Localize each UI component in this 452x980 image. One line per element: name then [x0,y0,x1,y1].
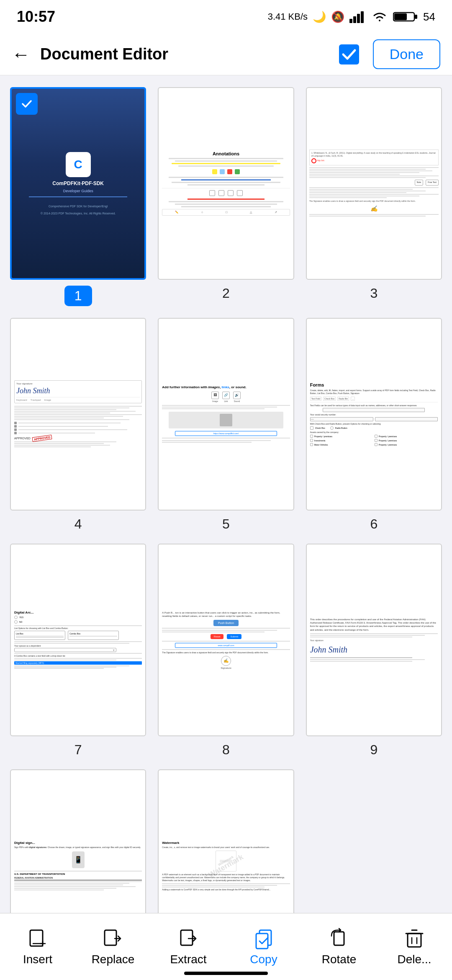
page-item-1[interactable]: C ComPDFKit·PDF·SDK Developer Guides Com… [10,87,146,306]
svg-rect-5 [394,13,407,20]
page-thumbnail-4[interactable]: Your signature John Smith KeyboardTrackp… [10,318,146,511]
svg-rect-12 [105,930,116,945]
status-bar: 10:57 3.41 KB/s 🌙 🔕 54 [0,0,452,34]
delete-button[interactable]: Dele... [377,913,452,980]
back-button[interactable]: ← [12,45,30,64]
page-thumbnail-2[interactable]: Annotations [158,87,294,280]
delete-label: Dele... [398,953,431,966]
page-item-2[interactable]: Annotations [158,87,294,306]
cover-copyright: © 2014-2023 PDF Technologies, Inc. All R… [41,212,116,215]
page-item-7[interactable]: Digital Arc... YES NO List Options for c… [10,544,146,758]
page-number-2: 2 [222,286,230,301]
page-number-4: 4 [74,516,82,532]
replace-button[interactable]: Replace [75,913,151,980]
page-title: Document Editor [40,45,325,63]
page-item-3[interactable]: 1. Whiteboard, N., & Fach, B. (2011). Di… [306,87,442,306]
cover-content: C ComPDFKit·PDF·SDK Developer Guides Com… [12,89,144,278]
page-thumbnail-1[interactable]: C ComPDFKit·PDF·SDK Developer Guides Com… [10,87,146,280]
rotate-button[interactable]: Rotate [301,913,377,980]
bottom-toolbar: Insert Replace Extract Copy [0,913,452,980]
page-item-9[interactable]: This order describes the procedures for … [306,544,442,758]
done-button[interactable]: Done [373,39,440,69]
page-number-1: 1 [64,286,92,306]
wifi-icon [371,10,388,23]
page-thumbnail-8[interactable]: A Push B... ton is an interactive button… [158,544,294,736]
page-thumbnail-7[interactable]: Digital Arc... YES NO List Options for c… [10,544,146,736]
rotate-label: Rotate [322,953,357,966]
battery-icon [393,10,418,23]
pages-grid: C ComPDFKit·PDF·SDK Developer Guides Com… [0,75,452,980]
app-header: ← Document Editor Done [0,34,452,75]
moon-icon: 🌙 [313,10,326,23]
svg-rect-19 [408,934,421,947]
pages-grid-wrapper: C ComPDFKit·PDF·SDK Developer Guides Com… [0,75,452,980]
status-icons: 3.41 KB/s 🌙 🔕 54 [268,10,435,23]
extract-button[interactable]: Extract [151,913,226,980]
svg-rect-3 [361,11,364,23]
insert-button[interactable]: Insert [0,913,75,980]
cover-subtitle: Developer Guides [63,189,93,193]
page-item-8[interactable]: A Push B... ton is an interactive button… [158,544,294,758]
home-indicator [184,972,268,975]
svg-rect-7 [339,44,359,64]
page-number-6: 6 [370,516,378,532]
insert-label: Insert [23,953,52,966]
page-number-3: 3 [370,286,378,301]
speed-indicator: 3.41 KB/s [268,11,308,22]
cover-footer: Comprehensive PDF SDK for Developer/Engl [49,205,108,208]
signal-icon [349,10,366,23]
status-time: 10:57 [17,8,55,26]
copy-button[interactable]: Copy [226,913,301,980]
svg-rect-1 [353,16,356,23]
replace-label: Replace [92,953,135,966]
cover-logo: C [66,152,91,177]
page-selected-badge-1 [16,93,38,115]
page-number-7: 7 [74,742,82,758]
page-thumbnail-5[interactable]: Add further information with Images, lin… [158,318,294,511]
svg-rect-6 [415,15,417,19]
extract-label: Extract [170,953,206,966]
svg-rect-2 [357,14,360,23]
page-item-6[interactable]: Forms Create, delete, edit, fill, flatte… [306,318,442,532]
page-number-9: 9 [370,742,378,758]
page-number-8: 8 [222,742,230,758]
svg-rect-18 [334,932,344,945]
bell-mute-icon: 🔕 [331,10,344,23]
battery-percent: 54 [423,10,435,23]
page-thumbnail-9[interactable]: This order describes the procedures for … [306,544,442,736]
page-thumbnail-6[interactable]: Forms Create, delete, edit, fill, flatte… [306,318,442,511]
svg-rect-0 [349,19,352,23]
svg-rect-17 [256,934,268,949]
page2-title: Annotations [162,151,290,156]
page-item-4[interactable]: Your signature John Smith KeyboardTrackp… [10,318,146,532]
page-thumbnail-3[interactable]: 1. Whiteboard, N., & Fach, B. (2011). Di… [306,87,442,280]
copy-label: Copy [250,953,277,966]
cover-logo-letter: C [74,158,82,171]
cover-brand-text: ComPDFKit·PDF·SDK [52,181,104,187]
page-item-5[interactable]: Add further information with Images, lin… [158,318,294,532]
page-number-5: 5 [222,516,230,532]
select-all-icon[interactable] [335,42,363,67]
svg-rect-14 [181,930,193,945]
